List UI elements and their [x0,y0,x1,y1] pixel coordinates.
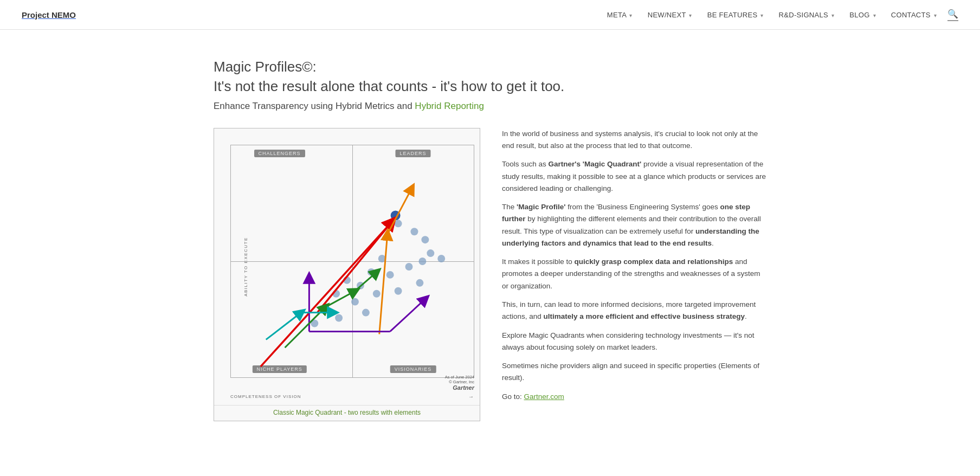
svg-line-25 [388,188,412,234]
svg-line-28 [390,299,425,331]
title-line2: It's not the result alone that counts - … [214,76,766,96]
chevron-icon: ▾ [689,12,692,18]
nav-links: META ▾ NEW/NEXT ▾ BE FEATURES ▾ R&D-SIGN… [607,10,937,19]
svg-point-20 [362,308,370,316]
site-logo[interactable]: Project NEMO [22,10,76,20]
text-para7: Go to: Gartner.com [502,391,766,403]
svg-point-14 [373,290,381,298]
page-title: Magic Profiles©: It's not the result alo… [214,57,766,97]
text-para5: Explore Magic Quadrants when considering… [502,330,766,354]
nav-item-befeatures[interactable]: BE FEATURES ▾ [707,10,764,19]
nav-item-meta[interactable]: META ▾ [607,10,633,19]
page-subtitle: Enhance Transparency using Hybrid Metric… [214,101,766,112]
chart-grid: CHALLENGERS LEADERS NICHE PLAYERS VISION… [230,145,474,378]
svg-line-24 [379,234,388,334]
chart-copyright: © Gartner, Inc [445,379,474,384]
svg-line-32 [266,312,301,339]
magic-quadrant-chart: ABILITY TO EXECUTE CHALLENGERS LEADERS N… [214,128,480,421]
navbar: Project NEMO META ▾ NEW/NEXT ▾ BE FEATUR… [0,0,980,30]
x-axis-area: COMPLETENESS OF VISION → [230,394,474,400]
gartner-link[interactable]: Gartner.com [524,393,564,401]
text-para2: The 'Magic Profile' from the 'Business E… [502,201,766,249]
chart-date-info: As of June 2024 © Gartner, Inc Gartner [445,375,474,391]
right-text-block: In the world of business and systems ana… [502,128,766,409]
svg-point-6 [437,255,445,262]
svg-point-9 [386,271,394,279]
title-line1: Magic Profiles©: [214,57,766,76]
svg-line-31 [355,272,377,291]
logo-brand: NEMO [51,10,76,20]
svg-point-16 [416,279,423,287]
nav-item-blog[interactable]: BLOG ▾ [849,10,876,19]
text-para3: It makes it possible to quickly grasp co… [502,256,766,292]
svg-point-3 [427,249,434,257]
svg-point-19 [335,314,343,321]
svg-point-5 [405,263,413,271]
text-para1: In the world of business and systems ana… [502,128,766,152]
chevron-icon: ▾ [831,12,834,18]
chevron-icon: ▾ [934,12,937,18]
body-section: ABILITY TO EXECUTE CHALLENGERS LEADERS N… [214,128,766,421]
x-axis-label: COMPLETENESS OF VISION [230,394,301,399]
svg-line-30 [325,291,355,307]
chevron-icon: ▾ [873,12,876,18]
chart-brand: Gartner [445,384,474,391]
nav-item-contacts[interactable]: CONTACTS ▾ [891,10,937,19]
svg-point-13 [351,298,359,305]
chart-caption: Classic Magic Quadrant - two results wit… [214,405,480,421]
nav-item-rdsignals[interactable]: R&D-SIGNALS ▾ [779,10,835,19]
chevron-icon: ▾ [629,12,632,18]
text-para6: Sometimes niche providers align and suce… [502,360,766,384]
search-icon[interactable]: 🔍 [947,9,958,21]
svg-point-15 [395,287,402,295]
svg-line-22 [261,222,392,366]
chart-date: As of June 2024 [445,375,474,379]
subtitle-text: Enhance Transparency using Hybrid Metric… [214,101,415,111]
svg-point-1 [410,228,418,235]
chevron-icon: ▾ [760,12,763,18]
logo-prefix: Project [22,10,51,20]
text-para4: This, in turn, can lead to more informed… [502,299,766,323]
x-arrow-icon: → [468,394,474,400]
hybrid-reporting-link[interactable]: Hybrid Reporting [415,101,484,111]
text-para1b: Tools such as Gartner's 'Magic Quadrant'… [502,158,766,195]
nav-item-newnext[interactable]: NEW/NEXT ▾ [648,10,692,19]
chart-svg [231,145,474,377]
main-content: Magic Profiles©: It's not the result alo… [192,30,788,454]
svg-point-4 [418,258,426,265]
chart-inner: ABILITY TO EXECUTE CHALLENGERS LEADERS N… [214,128,480,405]
svg-point-0 [395,220,402,227]
svg-point-2 [421,236,429,243]
